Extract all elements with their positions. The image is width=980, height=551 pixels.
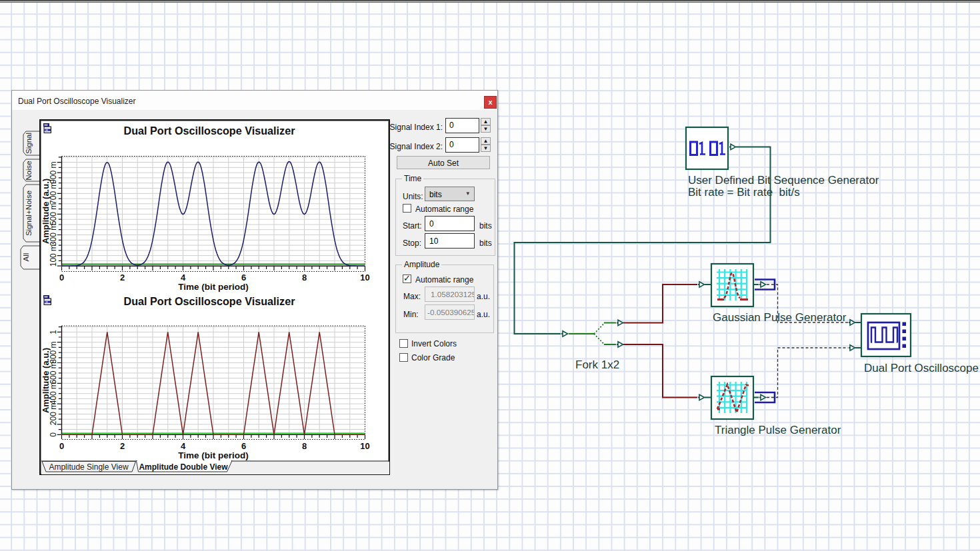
svg-text:Amplitude (a.u.): Amplitude (a.u.) [41,179,51,244]
svg-text:Amplitude Double View: Amplitude Double View [139,462,228,472]
svg-text:0: 0 [49,432,58,437]
svg-text:0: 0 [59,441,64,451]
svg-text:Dual Port Oscilloscope: Dual Port Oscilloscope [864,362,979,374]
svg-text:10: 10 [360,273,369,282]
svg-text:Amplitude (a.u.): Amplitude (a.u.) [41,348,51,413]
svg-text:Gaussian Pulse Generator: Gaussian Pulse Generator [713,311,847,324]
svg-text:Noise: Noise [25,161,33,180]
svg-text:User Defined Bit Sequence Gene: User Defined Bit Sequence Generator [688,174,879,187]
svg-text:Signal+Noise: Signal+Noise [25,191,33,236]
svg-text:Dual Port Oscilloscope Visuali: Dual Port Oscilloscope Visualizer [124,125,296,137]
svg-text:8: 8 [302,273,307,282]
svg-text:1: 1 [49,330,58,334]
svg-text:0: 0 [59,273,64,282]
svg-text:Triangle Pulse Generator: Triangle Pulse Generator [715,424,841,436]
svg-text:Amplitude Single View: Amplitude Single View [49,462,129,472]
svg-text:8: 8 [302,441,307,451]
svg-text:2: 2 [120,441,125,451]
svg-text:2: 2 [120,273,125,282]
svg-text:Bit rate = Bit rate bit/s: Bit rate = Bit rate bit/s [688,186,800,199]
svg-text:Fork 1x2: Fork 1x2 [575,358,619,371]
svg-text:10: 10 [360,441,369,451]
svg-text:Signal: Signal [25,133,33,154]
svg-text:100 m: 100 m [49,245,58,267]
svg-text:Time (bit period): Time (bit period) [178,450,249,460]
svg-text:Dual Port Oscilloscope Visuali: Dual Port Oscilloscope Visualizer [124,295,296,307]
svg-text:All: All [22,253,30,262]
svg-text:Time (bit period): Time (bit period) [178,282,249,292]
